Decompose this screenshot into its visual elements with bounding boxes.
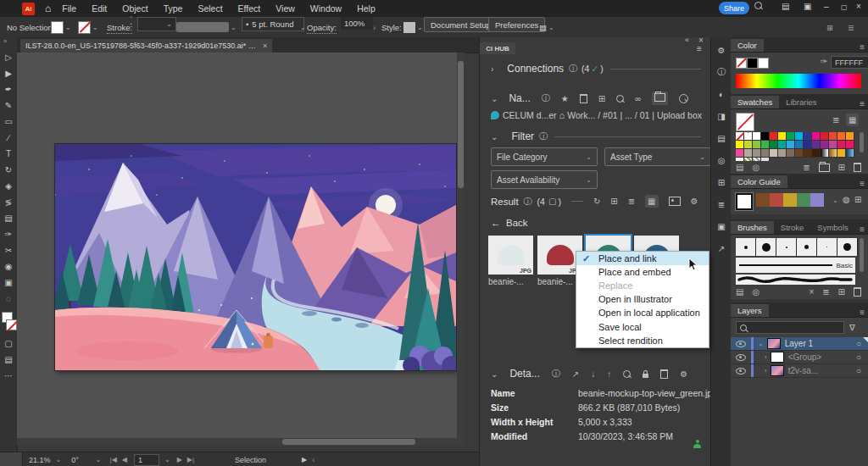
color-swatch[interactable] (761, 141, 770, 149)
brush-options-icon[interactable]: ≣ (822, 287, 829, 297)
white-swatch[interactable] (758, 58, 769, 69)
brush-charcoal[interactable] (736, 275, 855, 285)
color-swatch[interactable] (795, 141, 804, 149)
illustrator-logo-icon[interactable]: Ai (22, 3, 35, 15)
align-options-icon[interactable]: ≣ (848, 17, 854, 37)
preview-zoom-icon[interactable] (623, 370, 631, 378)
menu-file[interactable]: File (54, 3, 84, 14)
tab-stroke[interactable]: Stroke (774, 221, 810, 234)
brush-swatch[interactable] (736, 238, 756, 256)
harmony-color-swatch[interactable] (756, 193, 770, 207)
tool-eraser-icon[interactable]: ◈ (0, 178, 17, 194)
color-swatch[interactable] (812, 141, 821, 149)
tab-ci-hub[interactable]: CI HUB (480, 42, 515, 54)
color-swatch[interactable] (778, 149, 787, 158)
zoom-level[interactable]: 21.1% (29, 456, 51, 464)
menu-item-save-local[interactable]: Save local (576, 319, 709, 333)
harmony-rules-chevron-icon[interactable]: ⌄ (832, 197, 838, 204)
color-swatch[interactable] (821, 132, 829, 141)
tool-selection-icon[interactable]: ▷ (0, 49, 17, 65)
first-artboard-icon[interactable]: |◀ (110, 456, 117, 463)
color-swatch[interactable] (829, 132, 837, 141)
remove-brush-stroke-icon[interactable]: × (809, 287, 814, 297)
arrange-documents-icon[interactable]: ▤ (782, 2, 789, 11)
settings-gear-icon[interactable]: ⚙ (691, 197, 698, 206)
grid-view-icon[interactable]: ▦ (645, 195, 658, 208)
properties-icon[interactable]: ▤⌄ (539, 17, 554, 37)
brush-libraries-icon[interactable]: ▤ (736, 287, 743, 297)
new-group-folder-icon[interactable] (819, 164, 830, 172)
menu-object[interactable]: Object (114, 3, 155, 14)
panel-collapse-icon[interactable]: « (685, 36, 689, 44)
breadcrumb-account[interactable]: CELUM d...er (503, 110, 557, 120)
stroke-swatch[interactable]: ⌄ (78, 17, 98, 37)
visibility-eye-icon[interactable] (736, 354, 746, 361)
brush-chevron-icon[interactable]: ⌄ (300, 17, 306, 37)
tab-color-guide[interactable]: Color Guide (731, 175, 787, 188)
dock-align-icon[interactable]: ≣ (713, 198, 730, 210)
harmony-color-swatch[interactable] (770, 193, 783, 207)
fill-stroke-indicator[interactable] (2, 312, 15, 330)
layer-name[interactable]: Layer 1 (785, 339, 813, 348)
menu-select[interactable]: Select (190, 3, 230, 14)
home-icon[interactable]: ⌂ (559, 110, 565, 120)
base-color-swatch[interactable] (736, 193, 753, 210)
artboard[interactable] (55, 144, 456, 370)
panel-menu-icon[interactable]: ≡ (860, 42, 865, 52)
color-swatch[interactable] (770, 132, 778, 141)
color-swatch[interactable] (804, 132, 812, 141)
opacity-label[interactable]: Opacity: (307, 21, 337, 34)
harmony-color-swatch[interactable] (797, 193, 810, 207)
harmony-color-swatch[interactable] (810, 193, 824, 207)
eyedropper-icon[interactable]: ✑ (821, 57, 827, 66)
color-swatch[interactable] (736, 158, 744, 161)
menu-edit[interactable]: Edit (84, 3, 114, 14)
tab-symbols[interactable]: Symbols (810, 221, 854, 234)
color-swatch[interactable] (761, 158, 770, 161)
opacity-chevron-icon[interactable]: › (373, 17, 376, 37)
tool-zoom-icon[interactable]: ◌ (0, 291, 17, 307)
color-swatch[interactable] (761, 132, 770, 141)
download-icon[interactable]: ↓ (591, 369, 595, 379)
next-artboard-icon[interactable]: ▶ (177, 456, 182, 463)
panel-menu-icon[interactable]: ≡ (860, 99, 865, 108)
refresh-icon[interactable]: ↻ (593, 197, 600, 206)
info-icon[interactable]: ⓘ (552, 368, 560, 380)
color-swatch[interactable] (753, 149, 761, 158)
prev-artboard-icon[interactable]: ◀ (122, 456, 127, 463)
color-swatch[interactable] (736, 149, 744, 158)
color-swatch[interactable] (846, 132, 854, 141)
color-swatch[interactable]: + (744, 132, 753, 141)
color-swatch[interactable] (812, 132, 821, 141)
brush-swatch[interactable] (837, 238, 858, 256)
canvas[interactable] (17, 53, 465, 446)
breadcrumb[interactable]: CELUM d...er ⌂ Work... / #01 | ... / 01 … (491, 110, 704, 120)
panel-menu-icon[interactable]: ≡ (860, 179, 865, 188)
tool-curvature-icon[interactable]: ✎ (0, 97, 17, 114)
menu-type[interactable]: Type (156, 3, 191, 14)
share-button[interactable]: Share (719, 2, 749, 14)
brush-swatch[interactable] (756, 238, 776, 256)
edit-colors-icon[interactable]: ⊞ (854, 195, 861, 204)
filter-funnel-icon[interactable]: ∇ (849, 323, 855, 332)
none-swatch-large[interactable] (736, 113, 754, 131)
color-swatch[interactable] (744, 158, 753, 161)
menu-help[interactable]: Help (349, 3, 383, 14)
breadcrumb-path[interactable]: Work... / #01 | ... / 01 | Upload box (567, 110, 702, 120)
info-icon[interactable]: ⓘ (539, 130, 548, 142)
tool-eyedropper-icon[interactable]: ✑ (0, 226, 17, 242)
menu-window[interactable]: Window (303, 3, 349, 14)
dock-artboards-icon[interactable]: ◨ (713, 110, 730, 122)
tool-type-icon[interactable]: T (0, 146, 17, 162)
color-swatch[interactable] (753, 141, 761, 149)
vertical-scrollbar[interactable] (457, 53, 465, 446)
preferences-button[interactable]: Preferences (488, 17, 545, 32)
brush-dots-row[interactable] (736, 238, 858, 256)
link-icon[interactable]: ∞ (635, 94, 641, 103)
search-icon[interactable] (754, 2, 762, 11)
zoom-chevron-icon[interactable]: ⌄ (56, 456, 62, 463)
restore-button[interactable]: ▢ (841, 3, 848, 11)
harmony-color-swatch[interactable] (783, 193, 797, 207)
tab-layers[interactable]: Layers (731, 304, 769, 317)
menu-item-open-in-local-application[interactable]: Open in local application (576, 306, 709, 319)
